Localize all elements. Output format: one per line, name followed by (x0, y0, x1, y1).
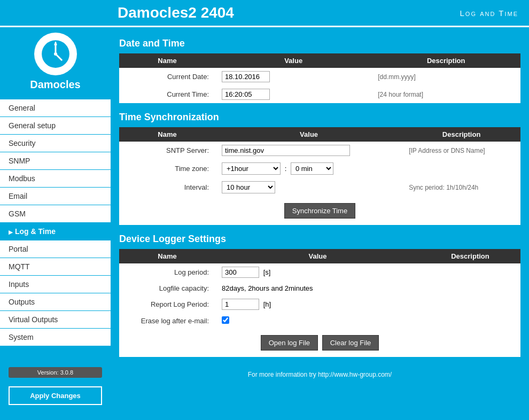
sidebar-item-gsm[interactable]: GSM (0, 205, 111, 222)
sidebar-item-outputs[interactable]: Outputs (0, 293, 111, 310)
date-time-table: Name Value Description Current Date: [dd… (119, 53, 520, 103)
clear-log-file-button[interactable]: Clear log File (322, 335, 379, 351)
col-desc-2: Description (402, 127, 520, 142)
sidebar-item-log-time[interactable]: Log & Time (0, 223, 111, 240)
table-row: Logfile capacity: 82days, 2hours and 2mi… (119, 281, 520, 295)
sidebar-item-inputs[interactable]: Inputs (0, 276, 111, 293)
table-row: Current Time: [24 hour format] (119, 85, 520, 103)
interval-select[interactable]: 1 hour 10 hour 24 hour (222, 181, 275, 193)
table-row: Log period: [s] (119, 263, 520, 281)
sidebar-item-general-setup[interactable]: General setup (0, 117, 111, 134)
version-badge: Version: 3.0.8 (9, 367, 102, 378)
log-period-desc (420, 263, 520, 281)
col-name-2: Name (119, 127, 215, 142)
interval-value-cell: 1 hour 10 hour 24 hour (215, 178, 402, 197)
current-date-value (215, 68, 371, 85)
time-sync-table: Name Value Description SNTP Server: [IP … (119, 127, 520, 225)
sidebar-item-snmp[interactable]: SNMP (0, 152, 111, 169)
report-log-value-cell: [h] (215, 295, 420, 313)
erase-log-value-cell (215, 313, 420, 329)
current-time-desc: [24 hour format] (371, 85, 520, 103)
col-value-1: Value (215, 53, 371, 68)
sidebar-item-general[interactable]: General (0, 99, 111, 116)
footer-text: For more information try http://www.hw-g… (119, 365, 520, 384)
sntp-server-desc: [IP Address or DNS Name] (402, 142, 520, 159)
timezone-label: Time zone: (119, 159, 215, 178)
sidebar-item-security[interactable]: Security (0, 135, 111, 152)
logo-icon (40, 38, 72, 70)
sntp-server-value-cell (215, 142, 402, 159)
table-row: Current Date: [dd.mm.yyyy] (119, 68, 520, 85)
table-row: Report Log Period: [h] (119, 295, 520, 313)
device-logger-title: Device Logger Settings (119, 234, 520, 245)
report-log-desc (420, 295, 520, 313)
logfile-capacity-value: 82days, 2hours and 2minutes (215, 281, 420, 295)
logfile-capacity-label: Logfile capacity: (119, 281, 215, 295)
logfile-capacity-desc (420, 281, 520, 295)
time-sync-title: Time Synchronization (119, 112, 520, 123)
col-name-1: Name (119, 53, 215, 68)
current-time-label: Current Time: (119, 85, 215, 103)
logo-label: Damocles (30, 79, 81, 91)
log-period-input[interactable] (222, 267, 259, 278)
log-buttons-row: Open log File Clear log File (119, 329, 520, 357)
log-period-unit: [s] (263, 268, 271, 276)
table-row: Time zone: +1hour 0 -1hour +2hour : 0 mi… (119, 159, 520, 178)
sidebar-item-virtual-outputs[interactable]: Virtual Outputs (0, 311, 111, 328)
table-row: Erase log after e-mail: (119, 313, 520, 329)
col-desc-3: Description (420, 249, 520, 263)
minute-select[interactable]: 0 min 15 min 30 min 45 min (291, 162, 333, 175)
report-log-unit: [h] (263, 300, 271, 308)
erase-log-desc (420, 313, 520, 329)
colon-separator: : (285, 165, 287, 173)
timezone-desc (402, 159, 520, 178)
sidebar-item-portal[interactable]: Portal (0, 240, 111, 258)
current-date-input[interactable] (222, 71, 270, 82)
sntp-server-input[interactable] (222, 145, 350, 156)
sync-button-row: Synchronize Time (119, 197, 520, 225)
timezone-select[interactable]: +1hour 0 -1hour +2hour (222, 162, 281, 175)
timezone-value-cell: +1hour 0 -1hour +2hour : 0 min 15 min 30… (215, 159, 402, 178)
table-row: Interval: 1 hour 10 hour 24 hour Sync pe… (119, 178, 520, 197)
sidebar-item-modbus[interactable]: Modbus (0, 170, 111, 187)
col-desc-1: Description (371, 53, 520, 68)
log-period-label: Log period: (119, 263, 215, 281)
col-value-3: Value (215, 249, 420, 263)
sidebar-item-system[interactable]: System (0, 329, 111, 346)
svg-point-3 (54, 52, 57, 56)
apply-changes-button[interactable]: Apply Changes (9, 386, 102, 405)
erase-log-checkbox[interactable] (222, 316, 229, 324)
synchronize-time-button[interactable]: Synchronize Time (284, 203, 355, 219)
interval-desc: Sync period: 1h/10h/24h (402, 178, 520, 197)
sidebar-item-email[interactable]: Email (0, 188, 111, 205)
interval-label: Interval: (119, 178, 215, 197)
report-log-label: Report Log Period: (119, 295, 215, 313)
logo (34, 33, 77, 75)
current-time-value (215, 85, 371, 103)
report-log-input[interactable] (222, 299, 259, 310)
page-title: Log and Time (460, 9, 518, 18)
open-log-file-button[interactable]: Open log File (261, 335, 318, 351)
date-time-title: Date and Time (119, 38, 520, 49)
sidebar-item-mqtt[interactable]: MQTT (0, 258, 111, 275)
erase-log-label: Erase log after e-mail: (119, 313, 215, 329)
current-date-label: Current Date: (119, 68, 215, 85)
col-name-3: Name (119, 249, 215, 263)
current-date-desc: [dd.mm.yyyy] (371, 68, 520, 85)
sntp-server-label: SNTP Server: (119, 142, 215, 159)
device-logger-table: Name Value Description Log period: [s] L… (119, 249, 520, 357)
current-time-input[interactable] (222, 89, 270, 100)
app-title: Damocles2 2404 (5, 4, 234, 21)
table-row: SNTP Server: [IP Address or DNS Name] (119, 142, 520, 159)
col-value-2: Value (215, 127, 402, 142)
log-period-value-cell: [s] (215, 263, 420, 281)
